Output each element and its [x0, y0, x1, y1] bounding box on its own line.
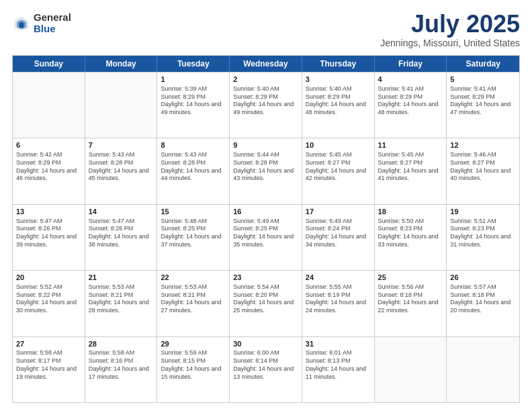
calendar-cell: 25Sunrise: 5:56 AMSunset: 8:18 PMDayligh… — [375, 271, 447, 336]
logo-general: General — [34, 12, 71, 24]
day-number: 5 — [450, 75, 516, 85]
day-number: 23 — [233, 273, 298, 283]
day-number: 3 — [306, 75, 371, 85]
day-number: 30 — [233, 339, 298, 349]
calendar-row-5: 27Sunrise: 5:58 AMSunset: 8:17 PMDayligh… — [13, 336, 519, 402]
month-title: July 2025 — [380, 12, 520, 36]
calendar-cell: 7Sunrise: 5:43 AMSunset: 8:28 PMDaylight… — [85, 138, 158, 203]
calendar-cell: 17Sunrise: 5:49 AMSunset: 8:24 PMDayligh… — [302, 205, 375, 270]
calendar-cell: 9Sunrise: 5:44 AMSunset: 8:28 PMDaylight… — [230, 138, 302, 203]
day-number: 10 — [306, 140, 371, 150]
cell-text: Sunrise: 5:42 AMSunset: 8:29 PMDaylight:… — [16, 151, 81, 183]
cell-text: Sunrise: 5:43 AMSunset: 8:28 PMDaylight:… — [89, 151, 154, 183]
day-number: 26 — [450, 273, 516, 283]
cell-text: Sunrise: 5:53 AMSunset: 8:21 PMDaylight:… — [161, 283, 226, 315]
day-number: 16 — [233, 207, 298, 217]
cell-text: Sunrise: 5:49 AMSunset: 8:25 PMDaylight:… — [233, 218, 298, 249]
day-number: 2 — [233, 75, 298, 85]
cell-text: Sunrise: 5:45 AMSunset: 8:27 PMDaylight:… — [306, 151, 371, 183]
header-day-sunday: Sunday — [13, 56, 85, 72]
cell-text: Sunrise: 6:01 AMSunset: 8:13 PMDaylight:… — [306, 349, 371, 381]
cell-text: Sunrise: 5:48 AMSunset: 8:25 PMDaylight:… — [161, 218, 226, 249]
cell-text: Sunrise: 5:49 AMSunset: 8:24 PMDaylight:… — [306, 218, 371, 249]
calendar-cell: 6Sunrise: 5:42 AMSunset: 8:29 PMDaylight… — [13, 138, 85, 203]
calendar-cell: 5Sunrise: 5:41 AMSunset: 8:29 PMDaylight… — [447, 73, 519, 138]
logo-text: General Blue — [34, 12, 71, 34]
calendar-cell: 10Sunrise: 5:45 AMSunset: 8:27 PMDayligh… — [302, 138, 375, 203]
day-number: 12 — [450, 140, 516, 150]
calendar-cell — [13, 73, 85, 138]
calendar-cell: 30Sunrise: 6:00 AMSunset: 8:14 PMDayligh… — [230, 337, 302, 402]
calendar-row-4: 20Sunrise: 5:52 AMSunset: 8:22 PMDayligh… — [13, 270, 519, 336]
day-number: 29 — [161, 339, 226, 349]
cell-text: Sunrise: 5:58 AMSunset: 8:16 PMDaylight:… — [89, 349, 154, 381]
calendar-cell: 12Sunrise: 5:46 AMSunset: 8:27 PMDayligh… — [447, 138, 519, 203]
header-day-wednesday: Wednesday — [230, 56, 302, 72]
calendar: SundayMondayTuesdayWednesdayThursdayFrid… — [12, 55, 520, 403]
calendar-cell: 8Sunrise: 5:43 AMSunset: 8:28 PMDaylight… — [157, 138, 230, 203]
calendar-cell: 18Sunrise: 5:50 AMSunset: 8:23 PMDayligh… — [375, 205, 447, 270]
day-number: 25 — [378, 273, 443, 283]
cell-text: Sunrise: 5:40 AMSunset: 8:29 PMDaylight:… — [306, 85, 371, 117]
cell-text: Sunrise: 5:41 AMSunset: 8:29 PMDaylight:… — [450, 85, 516, 117]
calendar-cell: 23Sunrise: 5:54 AMSunset: 8:20 PMDayligh… — [230, 271, 302, 336]
day-number: 6 — [16, 140, 81, 150]
calendar-cell: 14Sunrise: 5:47 AMSunset: 8:26 PMDayligh… — [85, 205, 158, 270]
calendar-cell: 13Sunrise: 5:47 AMSunset: 8:26 PMDayligh… — [13, 205, 85, 270]
logo-blue: Blue — [34, 24, 71, 35]
cell-text: Sunrise: 5:53 AMSunset: 8:21 PMDaylight:… — [89, 283, 154, 315]
cell-text: Sunrise: 5:41 AMSunset: 8:29 PMDaylight:… — [378, 85, 443, 117]
cell-text: Sunrise: 5:47 AMSunset: 8:26 PMDaylight:… — [16, 218, 81, 249]
calendar-cell — [447, 337, 519, 402]
day-number: 24 — [306, 273, 371, 283]
day-number: 21 — [89, 273, 154, 283]
calendar-cell: 11Sunrise: 5:45 AMSunset: 8:27 PMDayligh… — [375, 138, 447, 203]
cell-text: Sunrise: 5:50 AMSunset: 8:23 PMDaylight:… — [378, 218, 443, 249]
calendar-cell: 26Sunrise: 5:57 AMSunset: 8:18 PMDayligh… — [447, 271, 519, 336]
day-number: 17 — [306, 207, 371, 217]
page: General Blue July 2025 Jennings, Missour… — [0, 0, 532, 411]
calendar-cell: 16Sunrise: 5:49 AMSunset: 8:25 PMDayligh… — [230, 205, 302, 270]
calendar-cell: 4Sunrise: 5:41 AMSunset: 8:29 PMDaylight… — [375, 73, 447, 138]
cell-text: Sunrise: 5:54 AMSunset: 8:20 PMDaylight:… — [233, 283, 298, 315]
header-day-thursday: Thursday — [302, 56, 375, 72]
cell-text: Sunrise: 5:44 AMSunset: 8:28 PMDaylight:… — [233, 151, 298, 183]
header: General Blue July 2025 Jennings, Missour… — [12, 12, 520, 48]
logo: General Blue — [12, 12, 71, 34]
cell-text: Sunrise: 5:46 AMSunset: 8:27 PMDaylight:… — [450, 151, 516, 183]
calendar-row-2: 6Sunrise: 5:42 AMSunset: 8:29 PMDaylight… — [13, 138, 519, 203]
cell-text: Sunrise: 5:47 AMSunset: 8:26 PMDaylight:… — [89, 218, 154, 249]
cell-text: Sunrise: 5:52 AMSunset: 8:22 PMDaylight:… — [16, 283, 81, 315]
day-number: 4 — [378, 75, 443, 85]
cell-text: Sunrise: 5:56 AMSunset: 8:18 PMDaylight:… — [378, 283, 443, 315]
cell-text: Sunrise: 5:45 AMSunset: 8:27 PMDaylight:… — [378, 151, 443, 183]
calendar-cell: 2Sunrise: 5:40 AMSunset: 8:29 PMDaylight… — [230, 73, 302, 138]
cell-text: Sunrise: 5:59 AMSunset: 8:15 PMDaylight:… — [161, 349, 226, 381]
day-number: 9 — [233, 140, 298, 150]
calendar-cell — [85, 73, 158, 138]
day-number: 13 — [16, 207, 81, 217]
day-number: 15 — [161, 207, 226, 217]
calendar-cell: 28Sunrise: 5:58 AMSunset: 8:16 PMDayligh… — [85, 337, 158, 402]
logo-icon — [12, 14, 31, 33]
calendar-cell: 27Sunrise: 5:58 AMSunset: 8:17 PMDayligh… — [13, 337, 85, 402]
day-number: 8 — [161, 140, 226, 150]
cell-text: Sunrise: 5:55 AMSunset: 8:19 PMDaylight:… — [306, 283, 371, 315]
day-number: 1 — [161, 75, 226, 85]
header-day-monday: Monday — [85, 56, 158, 72]
cell-text: Sunrise: 5:51 AMSunset: 8:23 PMDaylight:… — [450, 218, 516, 249]
day-number: 11 — [378, 140, 443, 150]
calendar-cell: 24Sunrise: 5:55 AMSunset: 8:19 PMDayligh… — [302, 271, 375, 336]
cell-text: Sunrise: 6:00 AMSunset: 8:14 PMDaylight:… — [233, 349, 298, 381]
day-number: 31 — [306, 339, 371, 349]
cell-text: Sunrise: 5:40 AMSunset: 8:29 PMDaylight:… — [233, 85, 298, 117]
calendar-body: 1Sunrise: 5:39 AMSunset: 8:29 PMDaylight… — [13, 72, 519, 402]
calendar-cell: 22Sunrise: 5:53 AMSunset: 8:21 PMDayligh… — [157, 271, 230, 336]
day-number: 20 — [16, 273, 81, 283]
calendar-cell: 3Sunrise: 5:40 AMSunset: 8:29 PMDaylight… — [302, 73, 375, 138]
header-day-saturday: Saturday — [447, 56, 519, 72]
day-number: 22 — [161, 273, 226, 283]
day-number: 7 — [89, 140, 154, 150]
calendar-cell: 31Sunrise: 6:01 AMSunset: 8:13 PMDayligh… — [302, 337, 375, 402]
day-number: 14 — [89, 207, 154, 217]
